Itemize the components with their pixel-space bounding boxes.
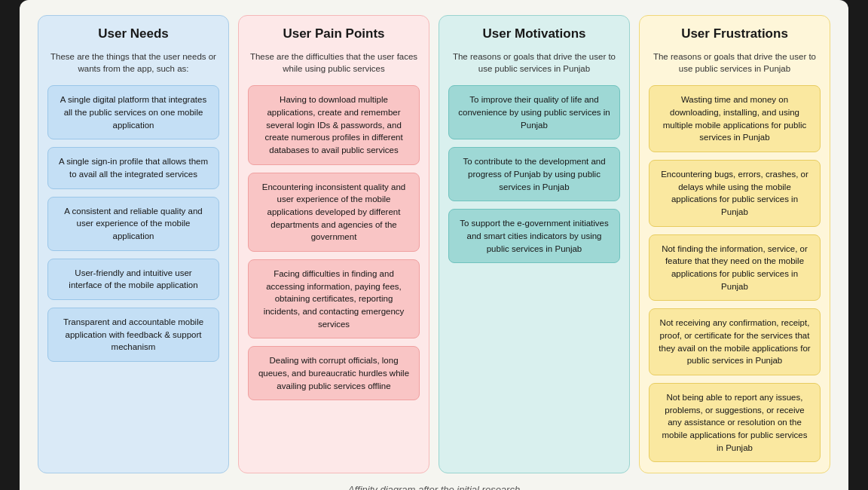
user-frustrations-card-0: Wasting time and money on downloading, i… [649,85,821,152]
user-needs-card-3: User-friendly and intuitive user interfa… [47,259,219,300]
user-pain-points-card-1: Encountering inconsistent quality and us… [248,173,420,252]
user-motivations-card-1: To contribute to the development and pro… [448,147,620,201]
user-pain-points-subtitle: These are the difficulties that the user… [248,51,420,75]
user-frustrations-title: User Frustrations [649,26,821,41]
user-frustrations-card-1: Encountering bugs, errors, crashes, or d… [649,160,821,227]
user-pain-points-card-2: Facing difficulties in finding and acces… [248,259,420,338]
user-pain-points-title: User Pain Points [248,26,420,41]
user-needs-subtitle: These are the things that the user needs… [47,51,219,75]
user-motivations-subtitle: The reasons or goals that drive the user… [448,51,620,75]
footer-caption: Affinity diagram after the initial resea… [38,484,830,490]
column-user-frustrations: User FrustrationsThe reasons or goals th… [639,15,830,473]
user-needs-card-2: A consistent and reliable quality and us… [47,197,219,251]
user-pain-points-card-3: Dealing with corrupt officials, long que… [248,346,420,400]
affinity-diagram-container: User NeedsThese are the things that the … [20,0,848,490]
user-frustrations-card-2: Not finding the information, service, or… [649,234,821,302]
column-user-pain-points: User Pain PointsThese are the difficulti… [238,15,429,473]
user-pain-points-card-0: Having to download multiple applications… [248,85,420,164]
user-motivations-card-2: To support the e-government initiatives … [448,209,620,263]
user-motivations-title: User Motivations [448,26,620,41]
user-needs-card-0: A single digital platform that integrate… [47,85,219,139]
user-frustrations-subtitle: The reasons or goals that drive the user… [649,51,821,75]
user-needs-title: User Needs [47,26,219,41]
user-needs-card-4: Transparent and accountable mobile appli… [47,308,219,362]
user-needs-card-1: A single sign-in profile that allows the… [47,147,219,188]
user-motivations-card-0: To improve their quality of life and con… [448,85,620,139]
columns-wrapper: User NeedsThese are the things that the … [38,15,830,473]
user-frustrations-card-4: Not being able to report any issues, pro… [649,383,821,462]
user-frustrations-card-3: Not receiving any confirmation, receipt,… [649,308,821,375]
column-user-motivations: User MotivationsThe reasons or goals tha… [439,15,630,473]
column-user-needs: User NeedsThese are the things that the … [38,15,229,473]
